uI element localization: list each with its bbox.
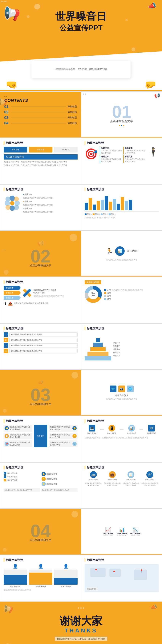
slide-title-bar: 标题文本预设 (85, 188, 158, 191)
map-label: 添加文字说明 (87, 588, 97, 590)
chart-legend: 类目1 类目2 类目3 类目4 (85, 213, 158, 215)
row-4: 标题文本预设 ● 标题文本 在此处输入文字内容在此处输入文字内容 ● 标题 (0, 184, 162, 231)
checklist-slide: 标题文本预设 ✓ 添加文字说明 ✓ 添加文字说明 ✓ 添加文字说明 (0, 463, 81, 508)
box-gray: 添加标题 (54, 147, 77, 152)
check-col-2: 🔔 添加文字说明 💡 添加文字说明 ⭐ 添加文字说明 (42, 471, 77, 487)
tl-line-2 (120, 430, 123, 430)
dots-deco (119, 125, 124, 126)
megaphone-faded: 📢 (37, 240, 44, 246)
thanks-desc: 框架亮眼的年终总结、工作汇报、述职报告PPT模板 (55, 636, 107, 641)
section02-left: ● ● ● 📢 02 点击添加标题文字 (0, 231, 81, 276)
paper-curl-panel: 框架亮眼的年终总结、工作汇报、述职报告PPT模板 (31, 61, 131, 78)
ig1-icon: 🚌 (90, 471, 97, 478)
section04-big-num: 04 (31, 522, 51, 540)
arrows-slide: 标题文本预设 标题文本 标题文本 标题文本 在此处输入文字内容在此处输入文字内容… (0, 277, 81, 323)
circle-icon-1: 📊 (115, 246, 125, 256)
section-01-panel: 📢 ▶ ▶ 01 点击添加标题文字 (81, 92, 162, 138)
section02-icons: 🏃 📊 添加内容 (106, 246, 138, 256)
tg4: 标题文本 在此处输入文字内容在此处输入文字内容 (123, 155, 146, 163)
text-grid: 标题文本 在此处输入文字内容在此处输入文字内容 标题文本 在此处输入文字内容在此… (100, 147, 146, 163)
tl-line-1 (100, 430, 104, 430)
deco-circle-3 (131, 48, 135, 51)
person-icon: 🕴 (148, 147, 158, 157)
megaphone-top-right-icon: 📣 (148, 2, 156, 10)
slide-title-5: 标题文本预设 (4, 280, 77, 284)
thanks-dots (78, 607, 84, 609)
megaphone-section01: 📢 (154, 93, 160, 98)
bar-chart-slide: 标题文本预设 类目1 类目2 (81, 184, 162, 230)
check-col-1: ✓ 添加文字说明 ✓ 添加文字说明 ✓ 添加文字说明 (4, 471, 40, 487)
icon-grid-desc: 在此处输入文字内容在此处输入文字内容 在此处输入文字内容在此处输入文字内容 在此… (85, 482, 158, 486)
ig1: 🚌 添加文字说明 (85, 471, 102, 481)
slide-title-6: 标题文本预设 (4, 327, 77, 330)
tl-step-3: 📊 添加文字说明 (124, 425, 139, 434)
ci1: ✓ 添加文字说明 (4, 472, 40, 474)
pl1: ● 标题文本 (23, 193, 77, 196)
title-bg-orange (0, 0, 162, 68)
box-orange: 添加标题 (29, 147, 52, 152)
tg3: 标题文本 在此处输入文字内容在此处输入文字内容 (100, 155, 122, 163)
slide-title-9: 标题文本预设 (4, 466, 77, 469)
row-section02: ● ● ● 📢 02 点击添加标题文字 🏃 📊 添加内容 在此处输入文字内容在此… (0, 231, 162, 277)
info-item-6: 在此处输入文字内容在此处输入文字内容 📎 (49, 440, 77, 447)
target-icon: 🎯 (85, 148, 98, 160)
row-3: 标题文本预设 添加标题 添加标题 添加标题 点击此处添加标题 在此处输入文字内容… (0, 138, 162, 184)
section03-right: 🐦 📷 🌐 标题文本预设 在此处输入文字内容在此处输入文字内容 (81, 370, 162, 416)
slide-title-7: 标题文本预设 (4, 419, 77, 423)
th1: 📈 TEXT HERE 添加文字说明 (103, 527, 113, 537)
ig3-icon: 📊 (127, 471, 134, 478)
social-icons: 🐦 📷 🌐 (85, 386, 158, 392)
tl-icon-1: 💻 (89, 425, 95, 432)
chart-icon-1: 📈 (103, 527, 113, 532)
row-5: 标题文本预设 标题文本 标题文本 标题文本 在此处输入文字内容在此处输入文字内容… (0, 277, 162, 324)
pin-3: 📍 (139, 569, 143, 573)
pyramid-content: 标题文本 标题文本 标题文本 标题文本 标题文本 (85, 338, 120, 360)
left-arrows: 标题文本 标题文本 标题文本 (4, 286, 21, 300)
add-title-btn: 点击此处添加标题 (4, 154, 77, 160)
ig2-icon: 💼 (109, 471, 116, 478)
arrow-deco: ▶ ▶ (83, 93, 87, 95)
pyramid-labels: 标题文本 标题文本 标题文本 标题文本 标题文本 (113, 342, 120, 357)
slide-title-petal: 标题文本预设 (4, 188, 77, 191)
section03-big-num: 03 (31, 386, 51, 404)
ci3: ✓ 添加文字说明 (4, 479, 40, 482)
deco-circle-1 (34, 4, 40, 10)
tl-step-1: 💻 添加文字说明 (85, 425, 99, 434)
section04-right: 📈 TEXT HERE 添加文字说明 📊 TEXT HERE 添加文字说明 📉 … (81, 509, 162, 554)
text-preview-slide: 标题文本预设 添加标题 添加标题 添加标题 点击此处添加标题 在此处输入文字内容… (0, 138, 81, 184)
arrows-content: 标题文本 标题文本 标题文本 在此处输入文字内容在此处输入文字内容 在此处输入文… (4, 286, 77, 300)
section02-big-num: 02 (31, 247, 51, 265)
petal-content: ● 标题文本 在此处输入文字内容在此处输入文字内容 ● 标题文本 在此处输入文字… (4, 193, 77, 213)
contents-panel: ◆ ◆ CONTeNTS 01 添加标题 02 添加标题 03 添加标题 04 (0, 92, 81, 138)
row-thanks: 📢 📣 谢谢大家 THANKS 框架亮眼的年终总结、工作汇报、述职报告PPT模板 (0, 602, 162, 644)
info-item-3: 📌 在此处输入文字内容在此处输入文字内容 (4, 440, 32, 447)
row-9: 标题文本预设 👤 添加文字说明 👤 添加文字说明 👤 (0, 555, 162, 602)
flower-center (10, 201, 14, 205)
bar-10 (121, 197, 124, 210)
x-shape-center (22, 288, 32, 298)
pl3: ● 标题文本 (23, 207, 77, 210)
tg2: 标题文本 在此处输入文字内容在此处输入文字内容 (123, 147, 146, 154)
box-blue: 添加标题 (4, 147, 27, 152)
arrow-left-1: 标题文本 (4, 286, 21, 290)
icon-share: 📤 (8, 302, 13, 306)
slide-title-11: 标题文本预设 (4, 558, 77, 562)
tl-desc: 在此处输入文字内容，在此处输入文字内容在此处输入文字内容在此处输入文字内容 (85, 436, 158, 439)
contents-item-2: 02 添加标题 (4, 110, 77, 114)
petal-botleft (6, 205, 11, 210)
deco-c5 (71, 511, 78, 518)
deco-c6 (3, 548, 7, 552)
slide-title-10: 标题文本预设 (85, 466, 158, 469)
body-text-2: 在此处输入文字内容，在此处输入文字内容在此处输入文字内容在此处输入文字内容 (4, 164, 77, 166)
bar-11 (125, 201, 128, 210)
pb3-fill (54, 578, 77, 585)
hand-right-icon: 🤜 (144, 79, 156, 90)
globe-icon: 🌐 (127, 386, 134, 392)
pin-1: 📍 (94, 568, 98, 572)
step-3: 3 在此处输入文字内容在此处输入文字内容 (4, 343, 77, 348)
bar-8 (113, 199, 116, 210)
bar-7 (109, 202, 112, 210)
body-text: 在此处输入文字内容，在此处输入文字内容在此处输入文字内容在此处输入文字内容 (4, 161, 77, 163)
timeline-content: 💻 添加文字说明 📱 添加文字说明 📊 添加文字说明 🖥 添加文字说明 (85, 425, 158, 434)
camera-icon: 📷 (118, 386, 125, 392)
